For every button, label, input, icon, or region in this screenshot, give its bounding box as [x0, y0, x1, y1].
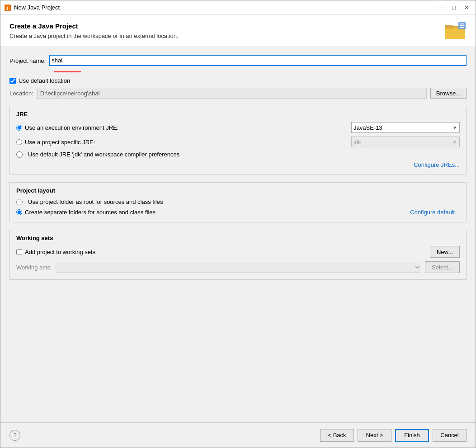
jre-option2-radio[interactable] [16, 139, 22, 145]
location-row: Location: Browse... [9, 88, 467, 99]
app-icon: J [4, 4, 11, 11]
back-button[interactable]: < Back [320, 429, 354, 442]
configure-jres-row: Configure JREs... [16, 161, 460, 168]
layout-option1-label[interactable]: Use project folder as root for sources a… [28, 198, 460, 205]
jre-option3-row: Use default JRE 'jdk' and workspace comp… [16, 151, 460, 158]
add-to-working-sets-checkbox[interactable] [16, 249, 22, 255]
location-label: Location: [9, 90, 33, 97]
window-controls: — □ ✕ [436, 2, 472, 13]
header-text: Create a Java Project Create a Java proj… [9, 22, 179, 39]
title-bar-text: New Java Project [14, 4, 436, 11]
layout-option1-row: Use project folder as root for sources a… [16, 198, 460, 205]
svg-rect-4 [445, 25, 453, 28]
working-sets-select-row: Working sets: Select... [16, 261, 460, 273]
layout-option2-row: Create separate folders for sources and … [16, 209, 460, 216]
use-default-location-checkbox[interactable] [9, 78, 16, 84]
jre-specific-dropdown-wrapper: jdk ▼ [351, 137, 460, 147]
maximize-button[interactable]: □ [448, 2, 459, 13]
jre-env-dropdown-wrapper: JavaSE-13 ▼ [351, 122, 460, 133]
project-name-input[interactable] [49, 55, 467, 66]
minimize-button[interactable]: — [436, 2, 447, 13]
new-working-set-button[interactable]: New... [430, 246, 460, 258]
jre-option1-label[interactable]: Use an execution environment JRE: [25, 124, 118, 131]
dialog-header: Create a Java Project Create a Java proj… [0, 15, 476, 47]
jre-section: JRE Use an execution environment JRE: Ja… [9, 106, 467, 175]
dialog-footer: ? < Back Next > Finish Cancel [0, 422, 476, 448]
dialog-body: Project name: Use default location Locat… [0, 47, 476, 422]
jre-section-title: JRE [16, 111, 460, 118]
folder-icon [445, 22, 467, 40]
location-input[interactable] [37, 88, 427, 99]
jre-option2-label[interactable]: Use a project specific JRE: [25, 139, 95, 146]
add-to-working-sets-label[interactable]: Add project to working sets [25, 249, 95, 255]
jre-option1-row: Use an execution environment JRE: JavaSE… [16, 122, 460, 133]
working-sets-dropdown[interactable] [56, 262, 422, 273]
use-default-location-label[interactable]: Use default location [19, 77, 70, 84]
working-sets-title: Working sets [16, 235, 460, 241]
dialog-title: Create a Java Project [9, 22, 179, 30]
select-working-sets-button[interactable]: Select... [425, 261, 460, 273]
next-button[interactable]: Next > [358, 429, 391, 442]
configure-default-link[interactable]: Configure default... [410, 209, 460, 216]
jre-option3-label[interactable]: Use default JRE 'jdk' and workspace comp… [28, 151, 460, 158]
layout-option2-label[interactable]: Create separate folders for sources and … [25, 209, 156, 216]
new-java-project-dialog: J New Java Project — □ ✕ Create a Java P… [0, 0, 476, 448]
jre-env-dropdown[interactable]: JavaSE-13 [351, 122, 460, 133]
svg-text:J: J [6, 5, 9, 11]
finish-button[interactable]: Finish [395, 429, 429, 442]
dialog-subtitle: Create a Java project in the workspace o… [9, 33, 179, 39]
working-sets-add-row: Add project to working sets New... [16, 246, 460, 258]
configure-jres-link[interactable]: Configure JREs... [414, 161, 460, 168]
layout-option1-radio[interactable] [16, 199, 23, 205]
footer-right: < Back Next > Finish Cancel [320, 429, 467, 442]
working-sets-label: Working sets: [16, 264, 52, 271]
project-name-row: Project name: [9, 55, 467, 66]
footer-left: ? [9, 430, 20, 441]
close-button[interactable]: ✕ [461, 2, 472, 13]
project-name-label: Project name: [9, 57, 46, 64]
layout-option2-radio[interactable] [16, 209, 22, 215]
project-layout-section: Project layout Use project folder as roo… [9, 182, 467, 222]
jre-option2-row: Use a project specific JRE: jdk ▼ [16, 137, 460, 147]
browse-button[interactable]: Browse... [430, 88, 467, 99]
jre-specific-dropdown[interactable]: jdk [351, 137, 460, 147]
title-bar: J New Java Project — □ ✕ [0, 0, 476, 15]
jre-option1-radio[interactable] [16, 125, 22, 131]
working-sets-section: Working sets Add project to working sets… [9, 230, 467, 280]
help-button[interactable]: ? [9, 430, 20, 441]
use-default-location-row: Use default location [9, 77, 467, 84]
project-layout-title: Project layout [16, 187, 460, 194]
jre-option3-radio[interactable] [16, 151, 23, 158]
cancel-button[interactable]: Cancel [433, 429, 467, 442]
